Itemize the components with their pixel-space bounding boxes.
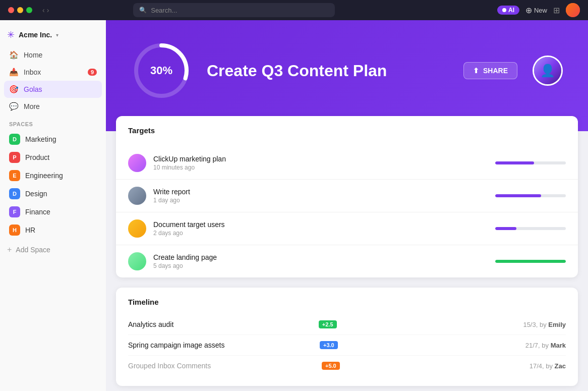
timeline-meta-2: 17/4, by Zac (530, 362, 566, 370)
sidebar-item-home[interactable]: 🏠 Home (4, 46, 102, 64)
ai-label: AI (508, 7, 514, 14)
target-avatar-2 (128, 219, 146, 238)
target-name-2: Document target users (153, 220, 488, 229)
goals-icon: 🎯 (9, 85, 19, 94)
spaces-section-title: Spaces (0, 115, 106, 130)
sidebar-item-label: Home (24, 51, 42, 59)
chevron-down-icon: ▾ (56, 32, 58, 38)
space-label-hr: HR (25, 226, 35, 234)
share-button[interactable]: ⬆ SHARE (463, 62, 517, 79)
target-time-0: 10 minutes ago (153, 164, 488, 171)
avatar-image: 👤 (534, 57, 561, 84)
target-name-3: Create landing page (153, 253, 488, 261)
timeline-badge-1: +3.0 (320, 341, 338, 349)
titlebar: ‹ › 🔍 Search... AI ⊕ New ⊞ (0, 0, 588, 20)
share-label: SHARE (483, 67, 508, 75)
titlebar-right: AI ⊕ New ⊞ (497, 3, 580, 17)
space-dot-marketing: D (9, 134, 20, 145)
space-dot-finance: F (9, 206, 20, 217)
space-dot-design: D (9, 188, 20, 199)
targets-card: Targets ClickUp marketing plan 10 minute… (116, 116, 578, 277)
sidebar-item-finance[interactable]: F Finance (4, 203, 102, 221)
target-time-1: 1 day ago (153, 197, 488, 204)
progress-bar-2 (495, 227, 566, 230)
nav-arrows: ‹ › (42, 6, 49, 14)
space-label-marketing: Marketing (25, 135, 56, 143)
space-label-design: Design (25, 190, 47, 198)
timeline-name-2: Grouped Inbox Comments (128, 362, 318, 370)
sidebar-item-design[interactable]: D Design (4, 185, 102, 203)
timeline-row-2: Grouped Inbox Comments +5.0 17/4, by Zac (128, 356, 566, 376)
sidebar-item-engineering[interactable]: E Engineering (4, 166, 102, 185)
target-row-1: Write report 1 day ago (116, 180, 578, 212)
space-label-product: Product (25, 153, 49, 161)
workspace-header[interactable]: ✳ Acme Inc. ▾ (0, 26, 106, 46)
search-placeholder: Search... (151, 7, 177, 14)
progress-bar-3 (495, 260, 566, 263)
new-label: New (534, 7, 547, 14)
user-avatar[interactable] (566, 3, 580, 17)
close-button[interactable] (8, 7, 14, 13)
new-button[interactable]: ⊕ New (525, 6, 547, 15)
spaces-nav: D Marketing P Product E Engineering D De… (0, 130, 106, 239)
maximize-button[interactable] (26, 7, 32, 13)
sidebar: ✳ Acme Inc. ▾ 🏠 Home 📥 Inbox 9 🎯 Golas 💬… (0, 20, 106, 391)
target-info-3: Create landing page 5 days ago (153, 253, 488, 269)
progress-bar-0 (495, 161, 566, 164)
sidebar-item-label: More (24, 102, 40, 110)
target-info-1: Write report 1 day ago (153, 188, 488, 204)
add-space-button[interactable]: + Add Space (0, 241, 106, 258)
progress-fill-2 (495, 227, 516, 230)
target-info-2: Document target users 2 days ago (153, 220, 488, 237)
back-button[interactable]: ‹ (42, 6, 45, 14)
inbox-badge: 9 (88, 69, 97, 76)
sidebar-item-marketing[interactable]: D Marketing (4, 130, 102, 148)
sidebar-item-inbox[interactable]: 📥 Inbox 9 (4, 64, 102, 81)
timeline-title: Timeline (128, 298, 566, 306)
timeline-badge-0: +2.5 (319, 320, 337, 328)
space-dot-product: P (9, 152, 20, 163)
timeline-row-0: Analytics audit +2.5 15/3, by Emily (128, 314, 566, 335)
target-avatar-3 (128, 252, 146, 270)
sidebar-nav: 🏠 Home 📥 Inbox 9 🎯 Golas 💬 More (0, 46, 106, 115)
goal-header: 30% Create Q3 Content Plan ⬆ SHARE 👤 (106, 20, 588, 131)
workspace-icon: ✳ (7, 29, 15, 40)
target-row-3: Create landing page 5 days ago (116, 245, 578, 277)
minimize-button[interactable] (17, 7, 23, 13)
timeline-meta-1: 21/7, by Mark (525, 342, 566, 349)
sidebar-item-more[interactable]: 💬 More (4, 98, 102, 115)
search-icon: 🔍 (139, 7, 147, 14)
timeline-name-0: Analytics audit (128, 320, 315, 328)
space-dot-engineering: E (9, 170, 20, 181)
sidebar-item-goals[interactable]: 🎯 Golas (4, 81, 102, 98)
space-dot-hr: H (9, 225, 20, 236)
progress-percent: 30% (150, 64, 172, 77)
target-time-2: 2 days ago (153, 230, 488, 237)
target-info-0: ClickUp marketing plan 10 minutes ago (153, 155, 488, 171)
workspace-name: Acme Inc. (19, 31, 52, 39)
grid-icon[interactable]: ⊞ (553, 6, 560, 15)
plus-icon: + (7, 245, 12, 254)
sidebar-item-hr[interactable]: H HR (4, 221, 102, 239)
progress-fill-1 (495, 194, 541, 197)
sidebar-item-product[interactable]: P Product (4, 148, 102, 166)
search-bar[interactable]: 🔍 Search... (133, 3, 335, 17)
target-row-0: ClickUp marketing plan 10 minutes ago (116, 147, 578, 180)
home-icon: 🏠 (9, 50, 19, 60)
targets-title: Targets (128, 126, 566, 135)
targets-header: Targets (116, 116, 578, 147)
forward-button[interactable]: › (47, 6, 49, 14)
timeline-meta-0: 15/3, by Emily (523, 321, 566, 328)
ai-badge[interactable]: AI (497, 6, 519, 15)
inbox-icon: 📥 (9, 68, 19, 77)
target-name-0: ClickUp marketing plan (153, 155, 488, 163)
goal-user-avatar: 👤 (533, 55, 563, 86)
sidebar-item-label: Inbox (24, 68, 41, 76)
target-avatar-0 (128, 154, 146, 172)
target-row-2: Document target users 2 days ago (116, 212, 578, 245)
share-icon: ⬆ (473, 67, 479, 75)
target-time-3: 5 days ago (153, 262, 488, 269)
timeline-badge-2: +5.0 (322, 362, 340, 370)
plus-circle-icon: ⊕ (525, 6, 532, 15)
goal-title: Create Q3 Content Plan (207, 62, 448, 80)
